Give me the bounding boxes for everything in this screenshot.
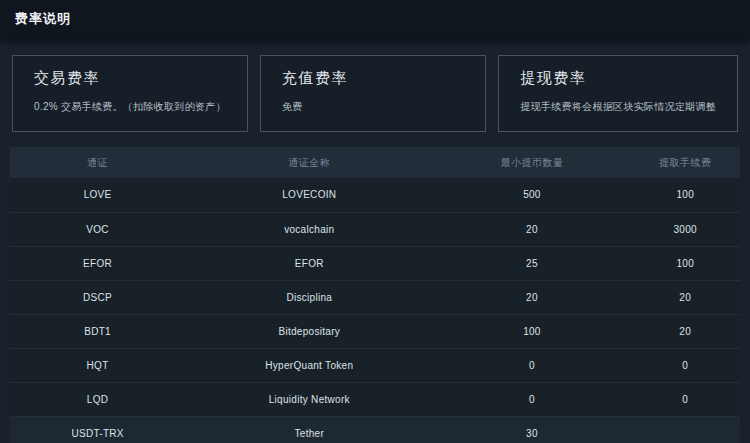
- card-body: 提现手续费将会根据区块实际情况定期调整: [520, 100, 716, 114]
- cell-full-name: HyperQuant Token: [185, 348, 433, 382]
- table-row: HQTHyperQuant Token00: [10, 348, 740, 382]
- cell-full-name: Disciplina: [185, 280, 433, 314]
- cell-min-amount: 20: [433, 212, 630, 246]
- cell-min-amount: 20: [433, 280, 630, 314]
- cell-token: HQT: [10, 348, 185, 382]
- cell-token: USDT-TRX: [10, 416, 185, 443]
- cell-fee: 0: [630, 348, 740, 382]
- cell-fee: 100: [630, 246, 740, 280]
- card-trading-fee: 交易费率 0.2% 交易手续费。（扣除收取到的资产）: [12, 55, 248, 132]
- card-title: 提现费率: [520, 69, 716, 88]
- cell-token: EFOR: [10, 246, 185, 280]
- card-body: 免费: [282, 100, 464, 114]
- table-row: LQDLiquidity Network00: [10, 382, 740, 416]
- cell-full-name: Bitdepositary: [185, 314, 433, 348]
- page-header: 费率说明: [0, 0, 750, 38]
- page-title: 费率说明: [15, 10, 71, 28]
- fee-table-body: LOVELOVECOIN500100VOCvocalchain203000EFO…: [10, 178, 740, 443]
- card-body: 0.2% 交易手续费。（扣除收取到的资产）: [34, 100, 226, 114]
- cell-full-name: LOVECOIN: [185, 178, 433, 212]
- cell-token: BDT1: [10, 314, 185, 348]
- cell-full-name: Tether: [185, 416, 433, 443]
- column-header-fee: 提取手续费: [630, 147, 740, 178]
- table-row: VOCvocalchain203000: [10, 212, 740, 246]
- cell-min-amount: 0: [433, 382, 630, 416]
- column-header-min-amount: 最小提币数量: [433, 147, 630, 178]
- column-header-full-name: 通证全称: [185, 147, 433, 178]
- card-deposit-fee: 充值费率 免费: [260, 55, 486, 132]
- cell-fee: 20: [630, 280, 740, 314]
- cell-min-amount: 25: [433, 246, 630, 280]
- cell-fee: 20: [630, 314, 740, 348]
- cell-min-amount: 100: [433, 314, 630, 348]
- cell-full-name: Liquidity Network: [185, 382, 433, 416]
- fee-table-section: 通证 通证全称 最小提币数量 提取手续费 LOVELOVECOIN500100V…: [10, 147, 740, 443]
- content: 交易费率 0.2% 交易手续费。（扣除收取到的资产） 充值费率 免费 提现费率 …: [0, 38, 750, 443]
- cell-min-amount: 30: [433, 416, 630, 443]
- table-row: EFOREFOR25100: [10, 246, 740, 280]
- cell-min-amount: 0: [433, 348, 630, 382]
- fee-cards: 交易费率 0.2% 交易手续费。（扣除收取到的资产） 充值费率 免费 提现费率 …: [0, 38, 750, 132]
- table-row: USDT-TRXTether30: [10, 416, 740, 443]
- cell-fee: 3000: [630, 212, 740, 246]
- cell-fee: 100: [630, 178, 740, 212]
- cell-token: LOVE: [10, 178, 185, 212]
- cell-token: VOC: [10, 212, 185, 246]
- cell-full-name: vocalchain: [185, 212, 433, 246]
- cell-token: DSCP: [10, 280, 185, 314]
- table-row: BDT1Bitdepositary10020: [10, 314, 740, 348]
- card-withdrawal-fee: 提现费率 提现手续费将会根据区块实际情况定期调整: [498, 55, 738, 132]
- table-row: DSCPDisciplina2020: [10, 280, 740, 314]
- card-title: 交易费率: [34, 69, 226, 88]
- column-header-token: 通证: [10, 147, 185, 178]
- cell-full-name: EFOR: [185, 246, 433, 280]
- cell-min-amount: 500: [433, 178, 630, 212]
- card-title: 充值费率: [282, 69, 464, 88]
- cell-fee: [630, 416, 740, 443]
- cell-token: LQD: [10, 382, 185, 416]
- table-row: LOVELOVECOIN500100: [10, 178, 740, 212]
- cell-fee: 0: [630, 382, 740, 416]
- fee-table: 通证 通证全称 最小提币数量 提取手续费 LOVELOVECOIN500100V…: [10, 147, 740, 443]
- fee-table-header: 通证 通证全称 最小提币数量 提取手续费: [10, 147, 740, 178]
